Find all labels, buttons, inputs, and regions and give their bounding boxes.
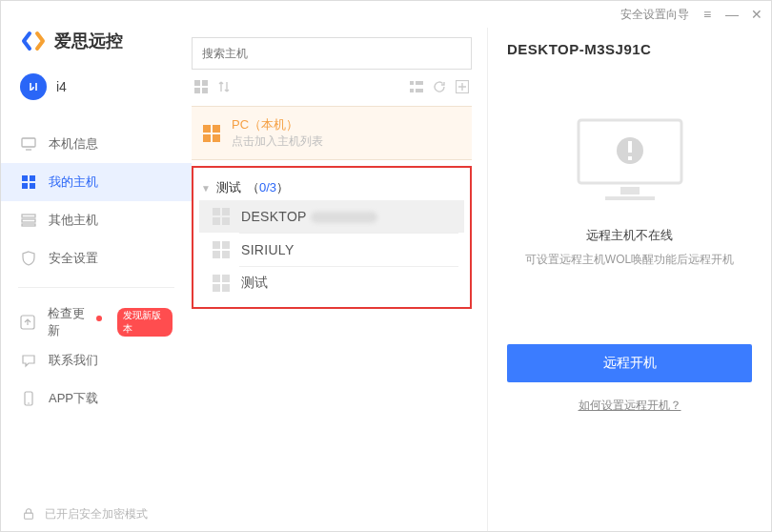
svg-rect-8 [22, 224, 35, 226]
list-icon [20, 212, 37, 229]
remote-power-button[interactable]: 远程开机 [507, 344, 752, 382]
local-pc-title: PC（本机） [232, 116, 323, 133]
svg-rect-13 [194, 80, 200, 86]
svg-rect-7 [22, 219, 35, 222]
svg-rect-3 [30, 175, 35, 181]
avatar-icon [20, 73, 47, 100]
sidebar-item-other-hosts[interactable]: 其他主机 [1, 201, 192, 239]
local-pc-card[interactable]: PC（本机） 点击加入主机列表 [192, 106, 472, 160]
nav-primary: 本机信息 我的主机 其他主机 安全设置 [1, 119, 192, 277]
close-icon[interactable]: ✕ [750, 7, 763, 22]
nav-secondary: 检查更新 发现新版本 联系我们 APP下载 [1, 297, 192, 418]
host-grid-icon [213, 275, 230, 292]
svg-rect-23 [620, 187, 640, 194]
svg-rect-27 [628, 156, 632, 160]
profile-name: i4 [56, 79, 67, 94]
host-item-0[interactable]: DESKTOP [199, 200, 464, 233]
svg-rect-16 [202, 88, 208, 93]
svg-rect-20 [416, 89, 423, 92]
app-logo: 爱思远控 [1, 28, 192, 68]
svg-rect-4 [22, 183, 28, 189]
sidebar-item-app-download[interactable]: APP下载 [1, 379, 192, 418]
svg-rect-19 [410, 89, 414, 92]
view-grid-icon[interactable] [193, 79, 209, 94]
search-box[interactable] [192, 37, 472, 70]
add-icon[interactable] [455, 79, 470, 94]
svg-rect-14 [202, 80, 208, 86]
offline-message: 远程主机不在线 [586, 227, 673, 244]
svg-rect-24 [605, 196, 655, 200]
svg-rect-6 [22, 215, 35, 217]
svg-rect-17 [410, 81, 414, 85]
menu-icon[interactable]: ≡ [701, 7, 714, 22]
minimize-icon[interactable]: — [725, 7, 739, 22]
offline-monitor-icon [573, 114, 687, 210]
svg-point-11 [28, 402, 30, 404]
grid-icon [203, 125, 220, 142]
highlight-box: ▼ 测试 （0/3） DESKTOP SIRIULY 测试 [192, 166, 472, 309]
monitor-icon [20, 135, 37, 153]
sidebar-item-contact[interactable]: 联系我们 [1, 341, 192, 379]
svg-rect-2 [22, 175, 28, 181]
offline-hint: 可设置远程主机WOL唤醒功能后远程开机 [525, 252, 734, 268]
chat-icon [20, 352, 37, 369]
logo-icon [20, 28, 47, 54]
upload-icon [20, 314, 36, 331]
local-pc-sub: 点击加入主机列表 [232, 133, 323, 150]
details-panel: DESKTOP-M3SJ91C 远程主机不在线 可设置远程主机WOL唤醒功能后远… [487, 28, 771, 532]
lock-icon [20, 505, 37, 522]
svg-rect-1 [22, 138, 35, 147]
security-wizard-link[interactable]: 安全设置向导 [620, 7, 689, 23]
sidebar: 爱思远控 i4 本机信息 我的主机 其他主机 安全设置 [1, 28, 192, 532]
sidebar-item-security[interactable]: 安全设置 [1, 239, 192, 277]
host-item-1[interactable]: SIRIULY [199, 234, 464, 266]
svg-rect-12 [25, 513, 33, 519]
redacted-text [311, 212, 377, 223]
update-dot-icon [96, 316, 102, 321]
how-to-link[interactable]: 如何设置远程开机？ [507, 398, 752, 414]
sidebar-item-my-hosts[interactable]: 我的主机 [1, 163, 192, 201]
host-grid-icon [213, 241, 230, 258]
new-version-pill: 发现新版本 [117, 308, 173, 337]
group-header[interactable]: ▼ 测试 （0/3） [199, 172, 464, 200]
app-name: 爱思远控 [54, 30, 123, 52]
view-toolbar [192, 79, 472, 94]
chevron-down-icon: ▼ [201, 183, 211, 194]
host-list-panel: PC（本机） 点击加入主机列表 ▼ 测试 （0/3） DESKTOP SIRIU… [192, 28, 487, 532]
search-input[interactable] [202, 47, 461, 60]
host-grid-icon [213, 208, 230, 225]
encryption-status: 已开启安全加密模式 [1, 495, 192, 532]
phone-icon [20, 390, 37, 407]
svg-rect-18 [416, 81, 423, 85]
sidebar-item-local-info[interactable]: 本机信息 [1, 125, 192, 163]
sort-icon[interactable] [216, 79, 232, 94]
view-list-icon[interactable] [409, 79, 424, 94]
profile-row[interactable]: i4 [1, 68, 192, 119]
titlebar: 安全设置向导 ≡ — ✕ [1, 1, 771, 28]
shield-icon [20, 250, 37, 267]
svg-rect-5 [30, 183, 35, 189]
refresh-icon[interactable] [432, 79, 447, 94]
sidebar-item-check-update[interactable]: 检查更新 发现新版本 [1, 303, 192, 341]
svg-rect-26 [628, 141, 632, 153]
selected-host-title: DESKTOP-M3SJ91C [507, 41, 752, 57]
grid-icon [20, 174, 37, 191]
host-item-2[interactable]: 测试 [199, 267, 464, 299]
svg-rect-15 [194, 88, 200, 93]
